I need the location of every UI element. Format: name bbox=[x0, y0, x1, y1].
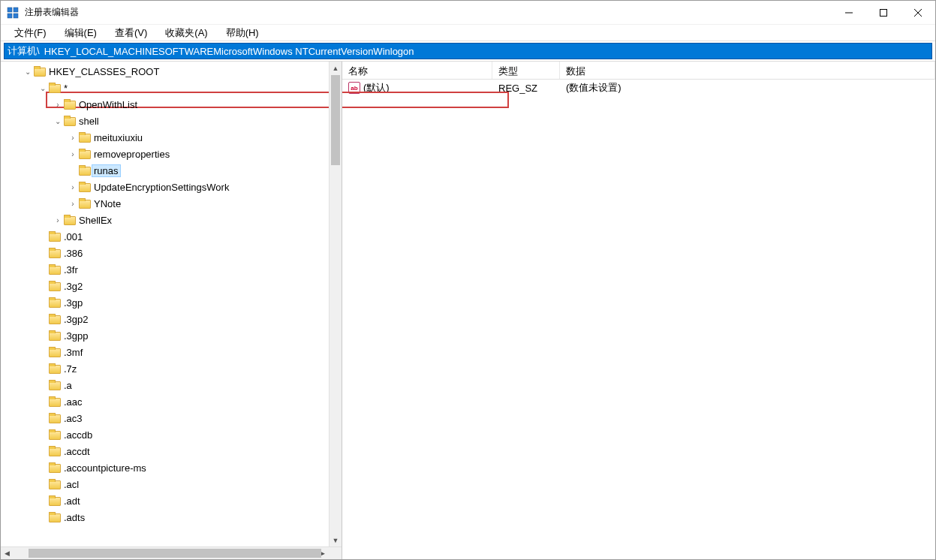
tree-node-ext[interactable]: .adt bbox=[1, 492, 342, 509]
address-path[interactable]: HKEY_LOCAL_MACHINESOFTWAREMicrosoftWindo… bbox=[43, 44, 931, 59]
folder-icon bbox=[79, 182, 91, 192]
folder-icon bbox=[64, 116, 76, 126]
tree-node-ext[interactable]: .ac3 bbox=[1, 410, 342, 426]
menu-file[interactable]: 文件(F) bbox=[7, 25, 54, 41]
collapse-icon[interactable]: ⌄ bbox=[37, 84, 49, 92]
folder-icon bbox=[79, 198, 91, 209]
folder-icon bbox=[49, 380, 61, 390]
folder-icon bbox=[49, 281, 61, 291]
tree-node-ext[interactable]: .a bbox=[1, 377, 342, 393]
tree-node-ext[interactable]: .3mf bbox=[1, 344, 342, 360]
folder-icon bbox=[49, 512, 61, 522]
expand-icon[interactable]: › bbox=[67, 134, 79, 142]
value-data: (数值未设置) bbox=[560, 81, 935, 95]
tree-node-removeproperties[interactable]: › removeproperties bbox=[1, 146, 342, 162]
tree-node-ext[interactable]: .3gp bbox=[1, 294, 342, 311]
minimize-button[interactable] bbox=[832, 1, 866, 24]
folder-icon bbox=[49, 429, 61, 440]
folder-icon bbox=[49, 446, 61, 456]
svg-rect-5 bbox=[880, 9, 887, 16]
expand-icon[interactable]: › bbox=[67, 183, 79, 191]
tree-node-star[interactable]: ⌄ * bbox=[1, 80, 342, 96]
tree-node-hkcr[interactable]: ⌄ HKEY_CLASSES_ROOT bbox=[1, 63, 342, 80]
folder-icon bbox=[49, 314, 61, 324]
col-header-data[interactable]: 数据 bbox=[560, 62, 935, 79]
folder-icon bbox=[49, 413, 61, 423]
scroll-left-arrow[interactable]: ◀ bbox=[1, 547, 14, 559]
tree-node-ext[interactable]: .aac bbox=[1, 393, 342, 410]
tree-node-ext[interactable]: .3fr bbox=[1, 261, 342, 278]
value-row[interactable]: ab (默认) REG_SZ (数值未设置) bbox=[342, 80, 935, 96]
titlebar: 注册表编辑器 bbox=[1, 1, 935, 25]
folder-icon bbox=[49, 248, 61, 258]
folder-icon bbox=[79, 165, 91, 176]
tree-node-ext[interactable]: .3gpp bbox=[1, 327, 342, 344]
folder-icon bbox=[49, 363, 61, 374]
tree-node-ext[interactable]: .3gp2 bbox=[1, 311, 342, 327]
folder-icon bbox=[79, 132, 91, 143]
tree-node-shell[interactable]: ⌄ shell bbox=[1, 113, 342, 129]
folder-icon bbox=[64, 215, 76, 225]
tree-node-meituxiuxiu[interactable]: › meituxiuxiu bbox=[1, 129, 342, 146]
col-header-type[interactable]: 类型 bbox=[492, 62, 560, 79]
main-split: ⌄ HKEY_CLASSES_ROOT ⌄ * › OpenWithList ⌄ bbox=[1, 61, 935, 559]
tree-node-ext[interactable]: .001 bbox=[1, 228, 342, 245]
tree-node-ext[interactable]: .accdt bbox=[1, 443, 342, 459]
expand-icon[interactable]: › bbox=[52, 101, 64, 109]
tree-node-runas[interactable]: runas bbox=[1, 162, 342, 179]
tree-node-updateenc[interactable]: › UpdateEncryptionSettingsWork bbox=[1, 179, 342, 195]
folder-icon bbox=[49, 330, 61, 341]
scroll-corner bbox=[329, 547, 342, 559]
menu-edit[interactable]: 编辑(E) bbox=[57, 25, 104, 41]
tree-node-ext[interactable]: .386 bbox=[1, 245, 342, 261]
expand-icon[interactable]: › bbox=[67, 200, 79, 208]
scroll-up-arrow[interactable]: ▲ bbox=[330, 62, 342, 74]
tree-node-shellex[interactable]: › ShellEx bbox=[1, 212, 342, 228]
menu-view[interactable]: 查看(V) bbox=[107, 25, 155, 41]
maximize-button[interactable] bbox=[866, 1, 901, 24]
svg-rect-2 bbox=[8, 14, 12, 18]
svg-rect-3 bbox=[14, 14, 18, 18]
tree-vertical-scrollbar[interactable]: ▲ ▼ bbox=[329, 62, 342, 546]
tree-node-ext[interactable]: .3g2 bbox=[1, 278, 342, 294]
scroll-thumb[interactable] bbox=[29, 549, 321, 558]
folder-icon bbox=[49, 396, 61, 407]
collapse-icon[interactable]: ⌄ bbox=[22, 68, 34, 76]
window-controls bbox=[832, 1, 935, 24]
tree-node-ext[interactable]: .accdb bbox=[1, 426, 342, 443]
expand-icon[interactable]: › bbox=[52, 216, 64, 224]
window-title: 注册表编辑器 bbox=[25, 6, 832, 19]
address-bar[interactable]: 计算机\ HKEY_LOCAL_MACHINESOFTWAREMicrosoft… bbox=[4, 43, 932, 59]
tree-panel: ⌄ HKEY_CLASSES_ROOT ⌄ * › OpenWithList ⌄ bbox=[1, 62, 342, 559]
list-body: ab (默认) REG_SZ (数值未设置) bbox=[342, 80, 935, 559]
folder-icon bbox=[49, 462, 61, 473]
tree-node-ext[interactable]: .7z bbox=[1, 360, 342, 377]
tree-node-ext[interactable]: .accountpicture-ms bbox=[1, 459, 342, 476]
folder-icon bbox=[49, 83, 61, 93]
regedit-app-icon bbox=[7, 7, 19, 19]
folder-icon bbox=[64, 99, 76, 110]
folder-icon bbox=[49, 231, 61, 242]
scroll-thumb[interactable] bbox=[331, 75, 340, 165]
menu-help[interactable]: 帮助(H) bbox=[218, 25, 266, 41]
list-header: 名称 类型 数据 bbox=[342, 62, 935, 80]
tree-horizontal-scrollbar[interactable]: ◀ ▶ bbox=[1, 546, 342, 559]
tree-node-openwithlist[interactable]: › OpenWithList bbox=[1, 96, 342, 113]
value-type: REG_SZ bbox=[492, 83, 560, 94]
folder-icon bbox=[49, 479, 61, 489]
folder-icon bbox=[79, 149, 91, 159]
string-value-icon: ab bbox=[348, 82, 360, 94]
tree-node-ext[interactable]: .acl bbox=[1, 476, 342, 492]
expand-icon[interactable]: › bbox=[67, 150, 79, 158]
registry-tree[interactable]: ⌄ HKEY_CLASSES_ROOT ⌄ * › OpenWithList ⌄ bbox=[1, 62, 342, 527]
col-header-name[interactable]: 名称 bbox=[342, 62, 492, 79]
folder-icon bbox=[49, 297, 61, 308]
tree-node-ext[interactable]: .adts bbox=[1, 509, 342, 525]
svg-rect-1 bbox=[14, 8, 18, 12]
menu-fav[interactable]: 收藏夹(A) bbox=[158, 25, 215, 41]
close-button[interactable] bbox=[901, 1, 935, 24]
collapse-icon[interactable]: ⌄ bbox=[52, 117, 64, 125]
scroll-down-arrow[interactable]: ▼ bbox=[330, 534, 342, 546]
value-name: (默认) bbox=[363, 81, 390, 95]
tree-node-ynote[interactable]: › YNote bbox=[1, 195, 342, 212]
